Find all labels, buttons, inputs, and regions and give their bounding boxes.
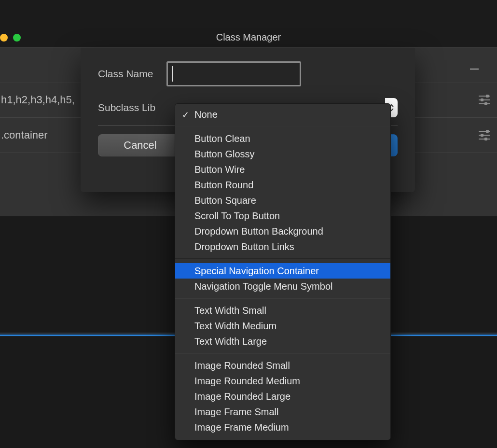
dropdown-separator — [175, 353, 390, 354]
class-name-row: Class Name — [98, 61, 398, 86]
titlebar: Class Manager — [0, 28, 497, 47]
top-spacer — [0, 0, 497, 28]
dropdown-item[interactable]: Image Rounded Medium — [175, 373, 390, 389]
dropdown-item[interactable]: Image Frame Medium — [175, 420, 390, 435]
dropdown-item-label: Image Frame Medium — [194, 422, 289, 433]
dropdown-item-selected[interactable]: Special Navigation Container — [175, 263, 390, 279]
class-name-input[interactable] — [166, 61, 301, 86]
dropdown-item-label: Button Clean — [194, 133, 250, 144]
dropdown-item-label: Button Wire — [194, 164, 245, 175]
dropdown-item[interactable]: Button Square — [175, 193, 390, 208]
dropdown-item-label: Button Glossy — [194, 149, 255, 160]
dropdown-item-label: Button Round — [194, 180, 253, 191]
dropdown-item-label: Image Frame Small — [194, 406, 279, 418]
dropdown-item[interactable]: Button Glossy — [175, 146, 390, 162]
window-controls — [0, 34, 21, 42]
dropdown-item-label: None — [194, 109, 218, 120]
dropdown-separator — [175, 298, 390, 299]
check-icon: ✓ — [182, 110, 189, 120]
dropdown-item[interactable]: Text Width Medium — [175, 318, 390, 334]
settings-icon[interactable] — [479, 95, 490, 105]
dropdown-item[interactable]: Dropdown Button Links — [175, 239, 390, 254]
window-title: Class Manager — [216, 32, 281, 43]
dropdown-item-label: Image Rounded Medium — [194, 376, 300, 387]
dropdown-item[interactable]: Button Round — [175, 177, 390, 193]
dropdown-separator — [175, 126, 390, 127]
dropdown-item-label: Dropdown Button Links — [194, 241, 294, 252]
dropdown-item[interactable]: Scroll To Top Button — [175, 208, 390, 224]
dropdown-item-none[interactable]: ✓ None — [175, 107, 390, 122]
minimize-button[interactable] — [0, 34, 8, 42]
dropdown-item-label: Scroll To Top Button — [194, 210, 280, 222]
zoom-button[interactable] — [13, 34, 21, 42]
dropdown-item-label: Navigation Toggle Menu Symbol — [194, 281, 332, 292]
dropdown-item[interactable]: Button Wire — [175, 162, 390, 177]
dropdown-item-label: Button Square — [194, 195, 256, 206]
dropdown-item-label: Image Rounded Large — [194, 391, 290, 402]
dropdown-item[interactable]: Text Width Small — [175, 303, 390, 318]
subclass-lib-dropdown[interactable]: ✓ None Button Clean Button Glossy Button… — [175, 103, 391, 440]
dropdown-item-label: Dropdown Button Background — [194, 226, 323, 237]
class-name-label: Class Name — [98, 68, 153, 80]
dropdown-item[interactable]: Button Clean — [175, 131, 390, 146]
settings-icon[interactable] — [479, 130, 490, 140]
collapse-icon[interactable] — [470, 69, 479, 70]
dropdown-item-label: Image Rounded Small — [194, 360, 290, 371]
dropdown-item[interactable]: Image Rounded Small — [175, 358, 390, 373]
dropdown-item[interactable]: Text Width Large — [175, 334, 390, 349]
class-row-label: h1,h2,h3,h4,h5, — [0, 94, 75, 106]
dropdown-item[interactable]: Image Rounded Large — [175, 389, 390, 404]
dropdown-item[interactable]: Image Frame Small — [175, 404, 390, 420]
class-row-label: .container — [0, 129, 48, 141]
subclass-lib-label: Subclass Lib — [98, 102, 155, 113]
dropdown-separator — [175, 258, 390, 259]
dropdown-item-label: Text Width Small — [194, 305, 266, 316]
dropdown-item-label: Text Width Large — [194, 336, 267, 347]
class-name-input-wrap — [166, 61, 398, 86]
dropdown-item-label: Text Width Medium — [194, 321, 276, 332]
dropdown-item-label: Special Navigation Container — [194, 266, 319, 277]
dropdown-item[interactable]: Dropdown Button Background — [175, 224, 390, 239]
cancel-button[interactable]: Cancel — [98, 134, 182, 156]
dropdown-item[interactable]: Navigation Toggle Menu Symbol — [175, 279, 390, 294]
text-caret — [172, 66, 173, 82]
